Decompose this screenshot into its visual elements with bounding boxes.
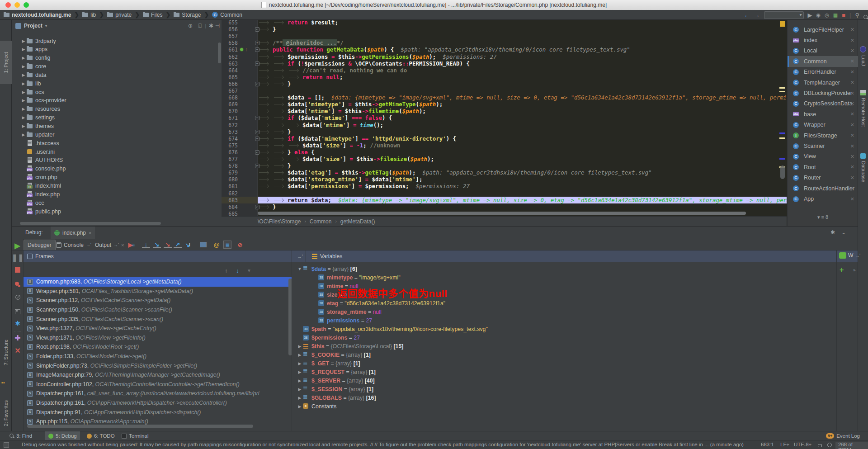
collapse-all-icon[interactable]: ⍇ [198, 23, 202, 29]
breadcrumb-method[interactable]: getMetaData() [340, 218, 375, 225]
sidebar-toggle-favorites[interactable]: 2: Favorites [0, 391, 12, 436]
close-tab-icon[interactable]: ✕ [850, 185, 854, 191]
pause-icon[interactable]: ❚❚ [14, 253, 22, 261]
close-tab-icon[interactable]: ✕ [850, 48, 854, 54]
frame-IconController.php:102[interactable]: IconController.php:102, OCA\Theming\Cont… [24, 380, 292, 389]
variable-$data[interactable]: ▼$data = {array} [6] [296, 265, 838, 273]
variable-$this[interactable]: ▶$this = {OC\Files\Storage\Local} [15] [296, 342, 838, 350]
debug-hide-icon[interactable]: ⌄ [841, 229, 846, 236]
frame-Scanner.php:150[interactable]: Scanner.php:150, OC\Files\Cache\Scanner-… [24, 305, 292, 315]
forward-button[interactable]: → [754, 12, 760, 19]
editor-tab-Scanner[interactable]: CScanner✕ [788, 141, 858, 151]
tree-item-3rdparty[interactable]: ▶3rdparty [20, 37, 56, 45]
editor-tab-Root[interactable]: CRoot✕ [788, 162, 858, 172]
fold-marker[interactable]: − [255, 47, 259, 52]
frame-Wrapper.php:581[interactable]: Wrapper.php:581, OCA\Files_Trashbin\Stor… [24, 287, 292, 296]
tree-item-data[interactable]: ▶data [20, 71, 46, 79]
tree-item-themes[interactable]: ▶themes [20, 122, 54, 131]
variable-$path[interactable]: $path = "appdata_ocr3tdhsx18v/theming/0/… [296, 325, 838, 333]
tree-item-settings[interactable]: ▶settings [20, 113, 55, 122]
close-tab-icon[interactable]: ✕ [850, 122, 854, 128]
view-breakpoints-icon[interactable]: ≣ [223, 241, 231, 249]
tree-item-console.php[interactable]: phpconsole.php [27, 165, 66, 173]
tab-output[interactable]: Output→'× [91, 240, 127, 250]
variable-$_SESSION[interactable]: ▶$_SESSION = {array} [1] [296, 385, 838, 393]
editor-tab-TempManager[interactable]: CTempManager✕ [788, 77, 858, 88]
tree-item-cron.php[interactable]: phpcron.php [27, 173, 57, 182]
variable-$_REQUEST[interactable]: ▶$_REQUEST = {array} [1] [296, 368, 838, 376]
fold-marker[interactable]: − [255, 61, 259, 66]
frame-Root.php:198[interactable]: Root.php:198, OC\Files\Node\Root->get() [24, 342, 292, 352]
frame-SimpleFolder.php:73[interactable]: SimpleFolder.php:73, OC\Files\SimpleFS\S… [24, 361, 292, 370]
breadcrumb-nextcloud.tofuliang.me[interactable]: nextcloud.tofuliang.me [4, 12, 71, 18]
close-tab-icon[interactable]: ✕ [850, 80, 854, 85]
encoding-indicator[interactable]: UTF-8÷ [794, 442, 811, 447]
sidebar-toggle-database[interactable]: Database [858, 161, 868, 202]
toolwindow-toggle-icon[interactable] [4, 442, 9, 448]
close-tab-icon[interactable]: ✕ [850, 164, 854, 170]
hidden-tabs-count[interactable]: ▾ ≡ 8 [788, 214, 858, 220]
toolbar-todo[interactable]: 6: TODO [84, 431, 118, 440]
frame-Common.php:683[interactable]: Common.php:683, OC\Files\Storage\Local->… [24, 277, 292, 287]
breadcrumb-Common[interactable]: CCommon [212, 12, 242, 18]
tab-console[interactable]: Console→' [52, 240, 95, 250]
project-horizontal-scrollbar[interactable] [20, 222, 161, 225]
run-to-cursor-icon[interactable]: ↘I [184, 241, 192, 249]
editor-tab-CryptoSessionData[interactable]: CCryptoSessionData✕ [788, 99, 858, 109]
tab-debugger[interactable]: Debugger [24, 240, 56, 250]
close-tab-icon[interactable]: ✕ [850, 69, 854, 75]
fold-marker[interactable]: + [255, 41, 259, 45]
restore-layout-icon[interactable] [14, 307, 22, 316]
mute-breakpoints-strip-icon[interactable] [14, 293, 22, 301]
breadcrumb-namespace[interactable]: \OC\Files\Storage [258, 218, 301, 225]
close-debug-icon[interactable]: ✕ [14, 346, 22, 354]
frame-Dispatcher.php:161[interactable]: Dispatcher.php:161, call_user_func_array… [24, 389, 292, 398]
resume-icon[interactable]: ▶ [14, 241, 22, 250]
close-tab-icon[interactable]: ✕ [850, 27, 854, 33]
fold-marker[interactable]: ⌐ [255, 27, 259, 32]
breadcrumb-lib[interactable]: lib [82, 12, 96, 18]
stop-button[interactable]: ■ [842, 12, 845, 19]
sidebar-toggle-project[interactable]: 1: Project [0, 41, 12, 84]
frame-up-icon[interactable]: ↑ [225, 267, 228, 274]
variable-permissions[interactable]: permissions = 27 [296, 316, 838, 325]
tree-item-resources[interactable]: ▶resources [20, 105, 60, 113]
inline-values-icon[interactable]: @ [212, 241, 221, 249]
close-session-icon[interactable]: × [89, 230, 91, 236]
tree-item-lib[interactable]: ▶lib [20, 79, 41, 88]
tree-item-index.html[interactable]: Hindex.html [27, 181, 61, 190]
editor-tab-Local[interactable]: CLocal✕ [788, 46, 858, 56]
project-vertical-scrollbar[interactable] [218, 43, 221, 63]
fold-marker[interactable]: ⌐ [255, 150, 259, 155]
method-entered-icon[interactable] [240, 47, 244, 52]
tree-item-AUTHORS[interactable]: AUTHORS [27, 156, 63, 165]
caret-position[interactable]: 683:1 [761, 442, 774, 447]
tree-item-ocs-provider[interactable]: ▶ocs-provider [20, 96, 66, 105]
chevron-right-icon[interactable]: ▶ [297, 370, 303, 374]
minimize-window-button[interactable] [14, 2, 20, 8]
locate-file-icon[interactable]: ⊕ [188, 23, 193, 29]
breadcrumb-class[interactable]: Common [310, 218, 332, 225]
frame-Folder.php:133[interactable]: Folder.php:133, OC\Files\Node\Folder->ge… [24, 352, 292, 361]
event-log-button[interactable]: 9+Event Log [826, 431, 860, 440]
tree-item-.htaccess[interactable]: .htaccess [27, 139, 59, 147]
editor-tab-App[interactable]: CApp✕ [788, 194, 858, 204]
editor-horizontal-scrollbar[interactable] [258, 212, 760, 215]
chevron-right-icon[interactable]: ▶ [297, 353, 303, 357]
tree-item-ocs[interactable]: ▶ocs [20, 88, 44, 96]
chevron-right-icon[interactable]: ▶ [297, 387, 303, 392]
frames-horizontal-scrollbar[interactable] [27, 425, 253, 428]
watches-expand-icon[interactable]: » [853, 268, 856, 273]
close-tab-icon[interactable]: ✕ [850, 90, 854, 96]
editor-tab-ErrorHandler[interactable]: CErrorHandler✕ [788, 67, 858, 77]
fold-marker[interactable]: − [255, 116, 259, 120]
stop-icon[interactable] [14, 266, 22, 274]
tree-item-apps[interactable]: ▶apps [20, 45, 47, 54]
close-tab-icon[interactable]: ✕ [850, 154, 854, 160]
fold-marker[interactable]: ⌐ [255, 130, 259, 134]
editor-tab-View[interactable]: CView✕ [788, 151, 858, 162]
breadcrumb-private[interactable]: private [107, 12, 132, 18]
editor-tab-Common[interactable]: CCommon✕ [788, 56, 858, 66]
frame-Scanner.php:112[interactable]: Scanner.php:112, OC\Files\Cache\Scanner-… [24, 296, 292, 305]
fold-marker[interactable]: ⌐ [255, 164, 259, 168]
